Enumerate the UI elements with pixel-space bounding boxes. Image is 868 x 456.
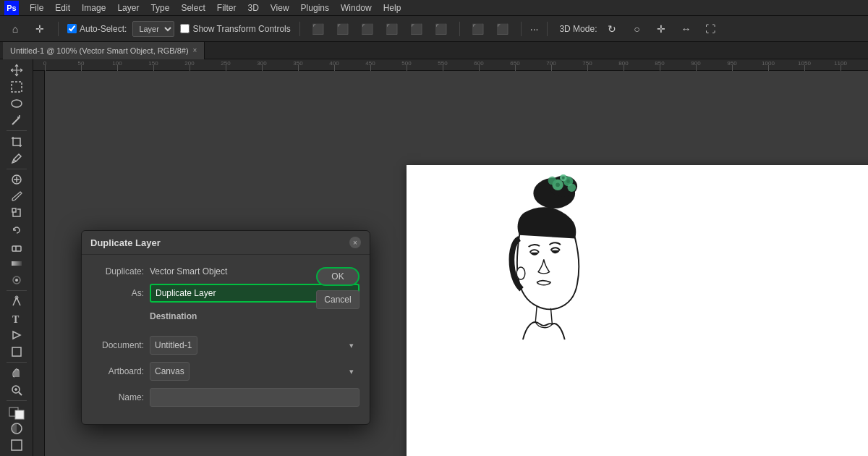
menu-filter[interactable]: Filter: [212, 1, 242, 14]
lasso-tool[interactable]: [5, 96, 28, 111]
3d-pan-icon[interactable]: ✛: [652, 20, 671, 38]
artboard-select[interactable]: Canvas: [150, 362, 190, 381]
document-row: Document: Untitled-1 New: [92, 336, 359, 355]
document-canvas: [407, 165, 868, 456]
screen-mode-button[interactable]: [5, 438, 28, 453]
duplicate-value: Vector Smart Object: [150, 266, 227, 276]
more-options-icon[interactable]: ···: [530, 23, 539, 35]
distribute-icon[interactable]: ⬛: [469, 20, 488, 38]
svg-text:T: T: [12, 314, 20, 325]
ruler-tick-label: 1100: [834, 60, 847, 67]
svg-rect-10: [12, 261, 22, 266]
menu-plugins[interactable]: Plugins: [296, 1, 334, 14]
3d-mode-label: 3D Mode:: [559, 24, 597, 34]
tool-separator-5: [7, 400, 27, 401]
menu-file[interactable]: File: [25, 1, 48, 14]
history-brush-tool[interactable]: [5, 222, 28, 237]
cancel-button[interactable]: Cancel: [316, 290, 359, 309]
duplicate-label: Duplicate:: [92, 266, 150, 276]
ruler-tick-label: 900: [691, 60, 700, 67]
menu-window[interactable]: Window: [336, 1, 377, 14]
3d-scale-icon[interactable]: ⛶: [701, 20, 720, 38]
svg-line-17: [19, 392, 22, 395]
pen-tool[interactable]: [5, 294, 28, 309]
shape-tool[interactable]: [5, 344, 28, 359]
ruler-tick-label: 300: [257, 60, 266, 67]
align-middle-v-icon[interactable]: ⬛: [407, 20, 426, 38]
name-input[interactable]: [150, 388, 359, 407]
tab-close-button[interactable]: ×: [193, 46, 197, 54]
dialog-close-button[interactable]: ×: [349, 237, 361, 248]
align-left-icon[interactable]: ⬛: [309, 20, 328, 38]
3d-roll-icon[interactable]: ○: [627, 20, 646, 38]
ruler-tick-label: 150: [148, 60, 158, 67]
clone-stamp-tool[interactable]: [5, 206, 28, 221]
3d-rotate-icon[interactable]: ↻: [603, 20, 621, 38]
ruler-tick-label: 350: [293, 60, 302, 67]
destination-row: Destination: [92, 311, 359, 329]
magic-wand-tool[interactable]: [5, 112, 28, 127]
tool-separator-2: [7, 169, 27, 169]
document-tab-bar: Untitled-1 @ 100% (Vector Smart Object, …: [0, 42, 868, 59]
menu-select[interactable]: Select: [176, 1, 210, 14]
eraser-tool[interactable]: [5, 239, 28, 254]
align-right-icon[interactable]: ⬛: [358, 20, 377, 38]
artboard-select-wrapper: Canvas: [150, 362, 359, 381]
distribute-v-icon[interactable]: ⬛: [493, 20, 512, 38]
ruler-tick-label: 450: [365, 60, 375, 67]
auto-select-check[interactable]: [67, 24, 77, 33]
blur-tool[interactable]: [5, 272, 28, 287]
align-center-h-icon[interactable]: ⬛: [333, 20, 352, 38]
move-tool[interactable]: [5, 62, 28, 77]
layer-select-dropdown[interactable]: Layer: [132, 21, 174, 37]
menu-help[interactable]: Help: [378, 1, 407, 14]
3d-slide-icon[interactable]: ↔: [676, 20, 695, 38]
zoom-tool[interactable]: [5, 382, 28, 397]
align-bottom-icon[interactable]: ⬛: [432, 20, 451, 38]
svg-point-33: [562, 177, 565, 180]
ruler-tick-label: 700: [546, 60, 556, 67]
destination-label: Destination: [150, 311, 197, 321]
ruler-tick-label: 200: [184, 60, 194, 67]
crop-tool[interactable]: [5, 134, 28, 149]
marquee-tool[interactable]: [5, 79, 28, 94]
auto-select-checkbox[interactable]: Auto-Select:: [67, 24, 127, 34]
ok-button[interactable]: OK: [316, 267, 359, 286]
ruler-tick-label: 500: [401, 60, 411, 67]
ruler-tick-label: 650: [510, 60, 519, 67]
dialog-buttons: OK Cancel: [316, 267, 359, 309]
ruler-tick-label: 1050: [798, 60, 811, 67]
document-tab[interactable]: Untitled-1 @ 100% (Vector Smart Object, …: [3, 42, 205, 59]
duplicate-layer-dialog: Duplicate Layer × Duplicate: Vector Smar…: [81, 230, 370, 425]
toolbar-separator-5: [547, 22, 548, 36]
ruler-tick-label: 0: [43, 60, 46, 67]
ruler-tick-label: 100: [112, 60, 122, 67]
menu-layer[interactable]: Layer: [112, 1, 144, 14]
align-top-icon[interactable]: ⬛: [383, 20, 401, 38]
show-transform-checkbox[interactable]: Show Transform Controls: [180, 24, 290, 34]
toolbar-separator-3: [459, 22, 460, 36]
menu-view[interactable]: View: [265, 1, 294, 14]
foreground-color[interactable]: [5, 404, 28, 420]
app-logo: Ps: [4, 1, 19, 15]
brush-tool[interactable]: [5, 189, 28, 204]
spot-healing-tool[interactable]: [5, 172, 28, 187]
menu-image[interactable]: Image: [77, 1, 111, 14]
text-tool[interactable]: T: [5, 311, 28, 326]
menu-type[interactable]: Type: [145, 1, 174, 14]
document-select[interactable]: Untitled-1 New: [150, 336, 197, 355]
svg-point-34: [516, 267, 525, 279]
move-tool-button[interactable]: ✛: [30, 20, 49, 38]
show-transform-check[interactable]: [180, 24, 190, 33]
home-button[interactable]: ⌂: [6, 20, 25, 38]
document-select-wrapper: Untitled-1 New: [150, 336, 359, 355]
path-selection-tool[interactable]: [5, 327, 28, 342]
eyedropper-tool[interactable]: [5, 151, 28, 166]
canvas-area[interactable]: Duplicate Layer × Duplicate: Vector Smar…: [45, 71, 868, 456]
name-row: Name:: [92, 388, 359, 407]
quick-mask-button[interactable]: [5, 421, 28, 436]
gradient-tool[interactable]: [5, 256, 28, 271]
menu-3d[interactable]: 3D: [242, 1, 263, 14]
hand-tool[interactable]: [5, 366, 28, 381]
menu-edit[interactable]: Edit: [50, 1, 75, 14]
